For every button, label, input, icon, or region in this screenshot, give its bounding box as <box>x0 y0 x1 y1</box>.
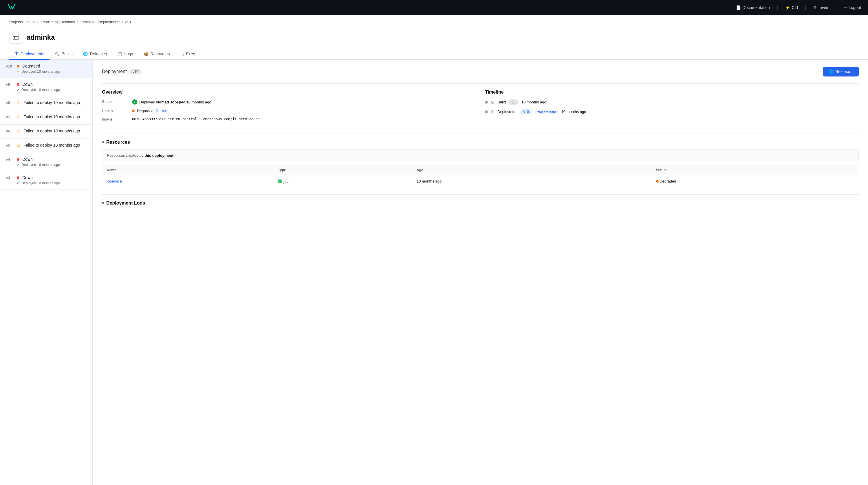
logout-icon: ↪ <box>843 5 847 10</box>
resource-status-dot <box>656 180 659 182</box>
sub-label-v9: Deployed 10 months ago <box>22 88 60 92</box>
doc-icon: 📄 <box>736 5 741 10</box>
version-label-v6: v6 <box>6 129 14 133</box>
globe-icon: 🌐 <box>828 69 833 74</box>
breadcrumb-applications[interactable]: Applications <box>55 20 75 24</box>
version-label-v9: v9 <box>6 82 14 87</box>
separator-1: | <box>777 5 778 11</box>
cli-icon: ⚡ <box>785 5 790 10</box>
tab-resources[interactable]: 📦 Resources <box>138 48 175 60</box>
sidebar-item-v4[interactable]: v4 Down ✓ Deployed 10 months ago <box>0 153 92 171</box>
status-dot-degraded <box>17 65 20 67</box>
sidebar-item-v3[interactable]: v3 Down ✓ Deployed 10 months ago <box>0 171 92 190</box>
job-dot-icon: ✓ <box>278 179 282 183</box>
version-label-v5: v5 <box>6 143 14 147</box>
status-label-v3: Down <box>22 175 33 180</box>
health-label-field: Health <box>102 109 125 113</box>
resource-link[interactable]: it-service <box>107 179 122 183</box>
warn-icon-v7: ⚠ <box>17 114 21 119</box>
divider-2 <box>102 134 859 134</box>
sidebar-item-v6[interactable]: v6 ⚠ Failed to deploy 10 months ago <box>0 124 92 139</box>
resource-status: Degraded <box>651 175 859 188</box>
deployment-title: Deployment v10 <box>102 69 141 75</box>
resources-header[interactable]: ▾ Resources <box>102 140 859 145</box>
check-icon-v9: ✓ <box>17 88 20 92</box>
status-dot-down-v4 <box>17 158 20 161</box>
timeline-dot-deploy <box>485 110 488 113</box>
sidebar-item-v8[interactable]: v8 ⚠ Failed to deploy 10 months ago <box>0 96 92 110</box>
deployment-content: Deployment v10 🌐 Release... Overview Sta… <box>93 60 868 485</box>
warn-icon-v6: ⚠ <box>17 129 21 133</box>
svg-rect-2 <box>14 37 16 38</box>
logout-link[interactable]: ↪ Logout <box>843 5 861 10</box>
timeline-section: Timeline ⊘ Build v5 10 months ago ⊘ Depl… <box>485 89 859 125</box>
status-label-v4: Down <box>22 157 33 162</box>
deployments-sidebar: v10 Degraded ✓ Deployed 10 months ago v9… <box>0 60 93 485</box>
deployed-check-icon: ✓ <box>132 99 137 105</box>
sidebar-item-v10[interactable]: v10 Degraded ✓ Deployed 10 months ago <box>0 60 92 78</box>
top-navigation: 📄 Documentation | ⚡ CLI | ⊕ Invite | ↪ L… <box>0 0 868 15</box>
cli-link[interactable]: ⚡ CLI <box>785 5 798 10</box>
sidebar-item-v9[interactable]: v9 Down ✓ Deployed 10 months ago <box>0 78 92 96</box>
overview-section: Overview Status ✓ Deployed Nomad Jobspec… <box>102 89 476 125</box>
health-value: Degraded Re-run <box>132 109 167 113</box>
you-are-here-badge: You are here <box>535 110 558 114</box>
overview-title: Overview <box>102 89 476 95</box>
deployment-logs-section: ▾ Deployment Logs <box>102 200 859 206</box>
check-icon-v10: ✓ <box>17 69 20 74</box>
exec-tab-icon: ▢ <box>180 52 184 56</box>
main-layout: v10 Degraded ✓ Deployed 10 months ago v9… <box>0 60 868 485</box>
breadcrumb-projects[interactable]: Projects <box>9 20 23 24</box>
resource-age: 10 months ago <box>412 175 651 188</box>
status-dot-down-v3 <box>17 176 20 179</box>
release-button[interactable]: 🌐 Release... <box>823 67 859 77</box>
timeline-build: ⊘ Build v5 10 months ago <box>485 99 859 105</box>
warn-icon-v5: ⚠ <box>17 143 21 147</box>
warn-icon-v8: ⚠ <box>17 100 21 105</box>
documentation-link[interactable]: 📄 Documentation <box>736 5 770 10</box>
sub-label-v3: Deployed 10 months ago <box>22 181 60 185</box>
timeline-check-deploy: ⊘ <box>491 109 495 114</box>
status-value: ✓ Deployed Nomad Jobspec 10 months ago <box>132 99 211 105</box>
tab-logs[interactable]: 📋 Logs <box>112 48 138 60</box>
sidebar-item-v7[interactable]: v7 ⚠ Failed to deploy 10 months ago <box>0 110 92 124</box>
timeline-deploy-time: 10 months ago <box>561 110 586 114</box>
logs-header[interactable]: ▾ Deployment Logs <box>102 200 859 206</box>
breadcrumb-adminka-core[interactable]: adminka-core <box>28 20 51 24</box>
divider-3 <box>102 194 859 195</box>
col-age: Age <box>412 165 651 175</box>
status-label-v6: Failed to deploy 10 months ago <box>24 129 80 133</box>
app-header: adminka <box>0 29 868 48</box>
image-row: Image 663084659937.dkr.ecr.eu-central-1.… <box>102 117 476 121</box>
logo <box>7 3 16 12</box>
resources-section: ▾ Resources Resources created by this de… <box>102 140 859 188</box>
status-deployed-text: Deployed Nomad Jobspec 10 months ago <box>139 100 211 104</box>
resources-table: Name Type Age Status it-service ✓ <box>102 165 859 188</box>
overview-timeline: Overview Status ✓ Deployed Nomad Jobspec… <box>102 89 859 125</box>
deployment-label: Deployment <box>102 69 126 74</box>
version-label-v10: v10 <box>6 64 14 68</box>
tab-builds[interactable]: 🔨 Builds <box>50 48 78 60</box>
tab-releases[interactable]: 🌐 Releases <box>78 48 112 60</box>
sub-label-v10: Deployed 10 months ago <box>22 69 60 74</box>
separator-3: | <box>835 5 836 11</box>
version-label-v8: v8 <box>6 101 14 105</box>
tab-exec[interactable]: ▢ Exec <box>175 48 200 60</box>
timeline-build-label: Build <box>497 100 506 104</box>
status-label-v10: Degraded <box>22 64 40 68</box>
deployments-tab-icon <box>14 51 19 56</box>
resource-type: ✓ job <box>273 175 412 188</box>
timeline-title: Timeline <box>485 89 859 95</box>
breadcrumb-adminka[interactable]: adminka <box>80 20 94 24</box>
sidebar-item-v5[interactable]: v5 ⚠ Failed to deploy 10 months ago <box>0 139 92 153</box>
tab-deployments[interactable]: Deployments <box>9 48 50 60</box>
timeline-deploy-version: v10 <box>520 109 532 114</box>
deployment-version-badge: v10 <box>129 69 141 75</box>
col-name: Name <box>102 165 274 175</box>
rerun-link[interactable]: Re-run <box>156 109 167 113</box>
timeline-build-version: v5 <box>509 99 519 105</box>
logs-chevron-icon: ▾ <box>102 201 104 205</box>
invite-link[interactable]: ⊕ Invite <box>813 5 828 10</box>
chevron-down-icon: ▾ <box>102 140 104 145</box>
breadcrumb-deployments[interactable]: Deployments <box>98 20 120 24</box>
